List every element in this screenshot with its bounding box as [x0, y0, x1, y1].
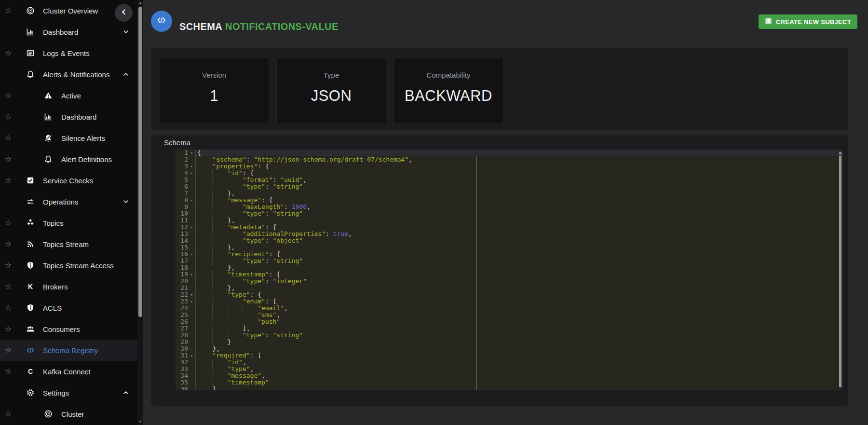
star-icon[interactable]: ☆ — [4, 410, 13, 418]
code-line: 14 "type": "object" — [176, 237, 843, 244]
fold-arrow-icon[interactable]: ▾ — [188, 291, 195, 298]
sidebar-item-dashboard[interactable]: Dashboard — [0, 21, 137, 42]
line-number: 10 — [176, 210, 188, 217]
star-icon[interactable]: ☆ — [4, 283, 13, 290]
sidebar-item-alert-definitions[interactable]: ☆Alert Definitions — [0, 149, 137, 170]
fold-spacer — [188, 278, 195, 285]
schema-editor[interactable]: 1▾{2 "$schema": "http://json-schema.org/… — [176, 150, 843, 390]
indent-guide — [212, 183, 213, 190]
line-number: 16 — [176, 251, 188, 258]
sidebar-item-cluster[interactable]: ☆Cluster — [0, 403, 137, 425]
editor-scrollbar[interactable] — [839, 152, 841, 387]
sidebar-item-acls[interactable]: ☆ACLS — [0, 297, 137, 318]
line-gutter: 28 — [176, 332, 196, 339]
line-gutter: 7 — [176, 190, 196, 197]
create-new-subject-button[interactable]: CREATE NEW SUBJECT — [759, 14, 857, 29]
chevron-down-icon[interactable] — [122, 28, 129, 35]
fold-arrow-icon[interactable]: ▾ — [188, 298, 195, 305]
scroll-up-icon[interactable]: ▲ — [137, 0, 143, 5]
fold-arrow-icon[interactable]: ▾ — [188, 224, 195, 231]
code-line: 5 "format": "uuid", — [176, 177, 843, 183]
code-line: 3▾ "properties": { — [176, 163, 843, 170]
code-text: "timestamp" — [196, 379, 843, 386]
chevron-up-icon[interactable] — [122, 71, 129, 78]
sidebar-scrollbar-thumb[interactable] — [138, 7, 142, 317]
code-line: 2 "$schema": "http://json-schema.org/dra… — [176, 156, 843, 163]
star-icon[interactable]: ☆ — [4, 261, 13, 269]
indent-guide — [212, 210, 213, 217]
star-icon[interactable]: ☆ — [4, 346, 13, 354]
fold-arrow-icon[interactable]: ▾ — [188, 170, 195, 177]
star-icon[interactable]: ☆ — [4, 240, 13, 248]
sidebar-item-logs-events[interactable]: ☆Logs & Events — [0, 42, 137, 64]
indent-guide — [228, 305, 228, 312]
chevron-down-icon[interactable] — [122, 198, 129, 205]
sidebar-item-operations[interactable]: Operations — [0, 191, 137, 212]
indent-guide — [228, 278, 228, 285]
indent-guide — [228, 183, 228, 190]
sidebar-item-consumers[interactable]: ☆Consumers — [0, 318, 137, 340]
star-icon[interactable]: ☆ — [4, 325, 13, 333]
line-number: 23 — [176, 298, 188, 305]
fold-arrow-icon[interactable]: ▾ — [188, 150, 195, 156]
star-icon[interactable]: ☆ — [4, 92, 13, 99]
sidebar-item-active[interactable]: ☆Active — [0, 85, 137, 106]
sidebar-item-service-checks[interactable]: ☆Service Checks — [0, 170, 137, 191]
line-number: 26 — [176, 318, 188, 325]
line-gutter: 3▾ — [176, 163, 196, 170]
indent-guide — [212, 379, 213, 386]
code-line: 26 "push" — [176, 318, 843, 325]
sidebar-collapse-button[interactable] — [115, 4, 133, 22]
star-icon[interactable]: ☆ — [4, 49, 13, 57]
star-icon[interactable]: ☆ — [4, 113, 13, 121]
line-gutter: 31▾ — [176, 352, 196, 359]
star-icon[interactable]: ☆ — [4, 304, 13, 312]
chevron-up-icon[interactable] — [122, 389, 129, 396]
sidebar-item-label: Schema Registry — [43, 346, 98, 355]
star-icon[interactable]: ☆ — [4, 134, 13, 142]
indent-guide — [212, 278, 213, 285]
line-gutter: 36 — [176, 386, 196, 390]
sidebar-item-silence-alerts[interactable]: ☆Silence Alerts — [0, 127, 137, 149]
fold-arrow-icon[interactable]: ▾ — [188, 163, 195, 170]
sidebar-item-topics[interactable]: ☆Topics — [0, 212, 137, 233]
sidebar-item-brokers[interactable]: ☆KBrokers — [0, 276, 137, 297]
code-text: "push" — [196, 318, 843, 325]
fold-arrow-icon[interactable]: ▾ — [188, 271, 195, 278]
sidebar-item-dashboard[interactable]: ☆Dashboard — [0, 106, 137, 127]
code-text: }, — [196, 217, 843, 224]
code-text: "properties": { — [196, 163, 843, 170]
star-icon[interactable]: ☆ — [4, 7, 13, 14]
fold-arrow-icon[interactable]: ▾ — [188, 197, 195, 204]
fold-arrow-icon[interactable]: ▾ — [188, 251, 195, 258]
fold-arrow-icon[interactable]: ▾ — [188, 352, 195, 359]
stat-cards: Version 1 Type JSON Compatability BACKWA… — [159, 57, 503, 124]
sidebar-item-alerts-notifications[interactable]: Alerts & Notifications — [0, 64, 137, 85]
sidebar-item-topics-stream-access[interactable]: ☆Topics Stream Access — [0, 255, 137, 276]
code-text: "id", — [196, 359, 843, 366]
sidebar-item-topics-stream[interactable]: ☆Topics Stream — [0, 233, 137, 255]
plus-square-icon — [765, 17, 772, 26]
line-number: 30 — [176, 345, 188, 352]
code-text: "type": { — [196, 291, 843, 298]
sidebar-scrollbar[interactable]: ▲ ▼ — [137, 0, 143, 425]
sidebar-item-schema-registry[interactable]: ☆Schema Registry — [0, 340, 137, 361]
line-number: 11 — [176, 217, 188, 224]
star-icon[interactable]: ☆ — [4, 177, 13, 184]
sidebar-item-label: Kafka Connect — [43, 368, 90, 376]
sidebar-item-label: Operations — [43, 198, 78, 206]
line-gutter: 9 — [176, 204, 196, 210]
line-number: 9 — [176, 204, 188, 210]
star-icon[interactable]: ☆ — [4, 368, 13, 375]
star-icon[interactable]: ☆ — [4, 219, 13, 227]
line-gutter: 21 — [176, 285, 196, 291]
sidebar-item-kafka-connect[interactable]: ☆CKafka Connect — [0, 361, 137, 382]
sidebar-item-settings[interactable]: Settings — [0, 382, 137, 403]
star-icon[interactable]: ☆ — [4, 155, 13, 163]
code-line: 9 "maxLength": 1000, — [176, 204, 843, 210]
scroll-down-icon[interactable]: ▼ — [137, 419, 143, 424]
indent-guide — [212, 244, 213, 251]
sidebar-item-label: Alert Definitions — [61, 155, 112, 164]
code-line: 8▾ "message": { — [176, 197, 843, 204]
code-line: 32 "id", — [176, 359, 843, 366]
